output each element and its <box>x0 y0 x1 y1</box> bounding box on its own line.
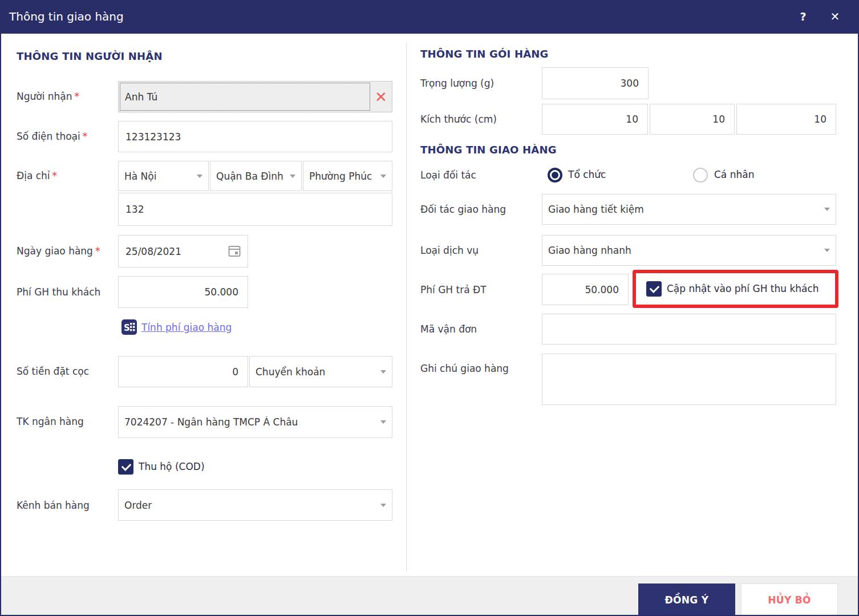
help-icon[interactable]: ? <box>797 10 809 23</box>
sales-channel-dropdown[interactable]: Order <box>118 489 392 521</box>
partner-type-radio-organization-label[interactable]: Tổ chức <box>568 169 606 180</box>
required-asterisk: * <box>52 170 58 181</box>
required-asterisk: * <box>83 131 88 142</box>
phone-input[interactable]: 123123123 <box>118 121 392 152</box>
weight-label: Trọng lượng (g) <box>420 76 494 90</box>
address-city-dropdown[interactable]: Hà Nội <box>118 161 209 191</box>
delivery-section-title: THÔNG TIN GIAO HÀNG <box>420 144 557 156</box>
cancel-button[interactable]: HỦY BỎ <box>741 583 838 616</box>
delivery-note-label: Ghi chú giao hàng <box>420 362 509 375</box>
sales-channel-label: Kênh bán hàng <box>17 499 90 512</box>
service-type-dropdown[interactable]: Giao hàng nhanh <box>542 235 836 266</box>
recipient-name-label: Người nhận* <box>17 90 79 103</box>
chevron-down-icon <box>290 175 295 178</box>
tracking-code-input[interactable] <box>542 314 836 345</box>
recipient-name-value: Anh Tú <box>120 83 370 111</box>
chevron-down-icon <box>197 175 202 178</box>
partner-fee-label: Phí GH trả ĐT <box>420 283 487 297</box>
chevron-down-icon <box>380 420 386 424</box>
deposit-method-dropdown[interactable]: Chuyển khoản <box>249 356 392 387</box>
address-district-dropdown[interactable]: Quận Ba Đình <box>210 161 302 191</box>
partner-type-radio-organization[interactable] <box>548 168 562 183</box>
cod-checkbox[interactable] <box>118 459 133 475</box>
weight-input[interactable]: 300 <box>542 67 649 99</box>
titlebar: Thông tin giao hàng ? ✕ <box>1 1 858 34</box>
clear-icon[interactable]: ✕ <box>372 90 390 104</box>
required-asterisk: * <box>75 91 80 102</box>
recipient-name-input[interactable]: Anh Tú ✕ <box>118 81 392 112</box>
recipient-section-title: THÔNG TIN NGƯỜI NHẬN <box>17 50 163 62</box>
address-ward-dropdown[interactable]: Phường Phúc <box>303 161 392 191</box>
delivery-partner-dropdown[interactable]: Giao hàng tiết kiệm <box>542 194 836 225</box>
address-label: Địa chỉ* <box>17 169 57 183</box>
chevron-down-icon <box>380 504 386 507</box>
tracking-code-label: Mã vận đơn <box>420 322 477 336</box>
partner-type-radio-individual[interactable] <box>693 168 708 183</box>
dimensions-label: Kích thước (cm) <box>420 112 497 126</box>
delivery-date-label: Ngày giao hàng* <box>17 244 100 258</box>
customer-fee-input[interactable]: 50.000 <box>118 276 248 308</box>
confirm-button[interactable]: ĐỒNG Ý <box>638 583 735 616</box>
address-detail-input[interactable]: 132 <box>118 193 392 226</box>
partner-type-radio-individual-label[interactable]: Cá nhân <box>714 169 754 180</box>
bank-account-label: TK ngân hàng <box>17 415 84 428</box>
customer-fee-label: Phí GH thu khách <box>17 285 100 299</box>
cod-checkbox-label[interactable]: Thu hộ (COD) <box>139 461 205 472</box>
required-asterisk: * <box>95 245 100 257</box>
chevron-down-icon <box>824 249 830 252</box>
package-section-title: THÔNG TIN GÓI HÀNG <box>420 48 549 60</box>
chevron-down-icon <box>824 208 830 211</box>
calendar-icon[interactable] <box>228 245 241 257</box>
update-fee-checkbox-label[interactable]: Cập nhật vào phí GH thu khách <box>667 283 819 294</box>
delivery-info-dialog: Thông tin giao hàng ? ✕ THÔNG TIN NGƯỜI … <box>0 0 859 616</box>
delivery-partner-label: Đối tác giao hàng <box>420 202 506 216</box>
close-icon[interactable]: ✕ <box>828 10 842 23</box>
dimension-length-input[interactable]: 10 <box>542 104 648 135</box>
calc-fee-icon[interactable]: S <box>121 319 137 335</box>
dimension-width-input[interactable]: 10 <box>650 104 735 135</box>
update-fee-checkbox[interactable] <box>646 281 662 297</box>
phone-label: Số điện thoại* <box>17 129 87 143</box>
dialog-footer: ĐỒNG Ý HỦY BỎ <box>1 576 858 615</box>
chevron-down-icon <box>380 370 386 374</box>
svg-text:S: S <box>124 323 130 333</box>
calculate-fee-link[interactable]: Tính phí giao hàng <box>141 322 232 333</box>
dialog-title: Thông tin giao hàng <box>9 10 124 23</box>
column-divider <box>406 42 407 572</box>
bank-account-dropdown[interactable]: 7024207 - Ngân hàng TMCP Á Châu <box>118 406 392 438</box>
service-type-label: Loại dịch vụ <box>420 244 479 257</box>
partner-fee-input[interactable]: 50.000 <box>542 274 629 305</box>
chevron-down-icon <box>380 175 386 178</box>
deposit-label: Số tiền đặt cọc <box>17 364 89 378</box>
deposit-input[interactable]: 0 <box>118 356 248 387</box>
dimension-height-input[interactable]: 10 <box>736 104 836 135</box>
delivery-note-textarea[interactable] <box>542 354 836 405</box>
partner-type-label: Loại đối tác <box>420 168 476 182</box>
